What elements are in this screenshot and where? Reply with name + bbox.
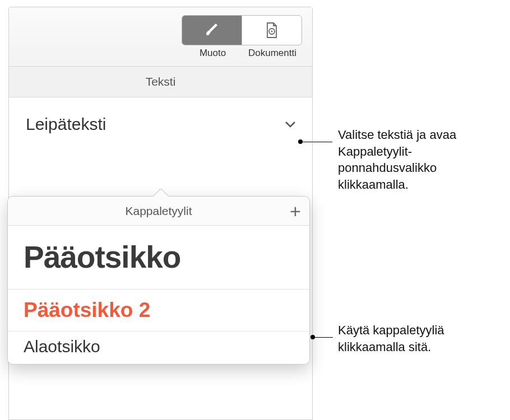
add-style-button[interactable]: + [281,202,309,221]
style-item-label: Pääotsikko [24,240,294,274]
callout-text-bottom: Käytä kappaletyyliä klikkaamalla sitä. [338,322,506,355]
style-list: Pääotsikko Pääotsikko 2 Alaotsikko [8,226,309,364]
callout-text-top: Valitse tekstiä ja avaa Kappaletyylit-po… [338,127,506,193]
popover-title: Kappaletyylit [8,204,281,218]
current-style-name: Leipäteksti [26,115,285,134]
style-item-title2[interactable]: Pääotsikko 2 [8,290,309,332]
popover-header: Kappaletyylit + [8,197,309,226]
toolbar-labels: Muoto Dokumentti [183,48,302,59]
paragraph-styles-popover: Kappaletyylit + Pääotsikko Pääotsikko 2 … [7,196,310,365]
text-tab-label: Teksti [146,75,176,88]
callout-line [315,337,333,338]
style-item-label: Alaotsikko [24,337,294,356]
svg-point-1 [271,30,273,32]
format-tab-button[interactable] [182,16,242,45]
style-item-title[interactable]: Pääotsikko [8,226,309,290]
chevron-down-icon[interactable] [285,121,295,128]
document-tab-button[interactable] [242,16,302,45]
paragraph-style-selector[interactable]: Leipäteksti [9,97,312,151]
format-label: Muoto [183,48,243,59]
document-label: Dokumentti [243,48,302,59]
popover-arrow [152,189,168,197]
callout-line [303,142,332,142]
text-tab-header[interactable]: Teksti [9,67,312,97]
brush-icon [203,22,220,39]
inspector-segmented-control [182,15,302,45]
callout-dot [298,139,303,144]
style-item-subtitle[interactable]: Alaotsikko [8,332,309,364]
document-icon [265,22,279,39]
toolbar: Muoto Dokumentti [9,7,312,67]
style-item-label: Pääotsikko 2 [24,298,294,322]
callout-dot [310,335,315,339]
